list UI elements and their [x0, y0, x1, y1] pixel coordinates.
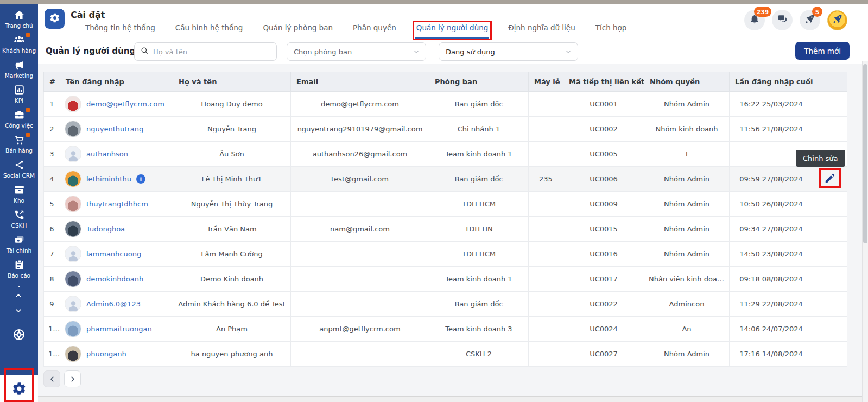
column-header: Tên đăng nhập — [60, 72, 173, 92]
last-login: 17:16 14/08/2024 — [730, 342, 813, 367]
department: Team kinh doanh 3 — [429, 317, 529, 342]
tab-4[interactable]: Quản lý người dùng — [415, 23, 490, 39]
user-avatar[interactable] — [827, 10, 847, 30]
username-link[interactable]: phammaitruongan — [86, 325, 152, 333]
main-area: Cài đặt Thông tin hệ thốngCấu hình hệ th… — [38, 4, 868, 402]
notifications-button[interactable]: 239 — [744, 10, 765, 30]
username-link[interactable]: lammanhcuong — [86, 250, 141, 258]
username-link[interactable]: nguyenthutrang — [86, 125, 143, 133]
email — [291, 292, 429, 317]
column-header: Máy lẻ — [529, 72, 563, 92]
username-link[interactable]: demo@getflycrm.com — [86, 100, 164, 108]
scroll-up-icon[interactable] — [12, 291, 26, 301]
share-icon — [12, 159, 26, 171]
updates-button[interactable]: 5 — [800, 10, 820, 30]
gear-icon — [49, 12, 60, 26]
full-name: Lâm Mạnh Cường — [173, 242, 291, 267]
actions-cell — [813, 342, 847, 367]
username-link[interactable]: phuonganh — [86, 350, 126, 358]
sidebar-item-5[interactable]: Bán hàng — [0, 134, 38, 154]
table-row-11: 11phuonganhha nguyen phương anhCSKH 2UC0… — [44, 342, 847, 367]
tab-0[interactable]: Thông tin hệ thống — [84, 23, 156, 39]
content-area: #Tên đăng nhậpHọ và tênEmailPhòng banMáy… — [38, 64, 868, 402]
sidebar-item-1[interactable]: Khách hàng — [0, 34, 38, 54]
search-input[interactable] — [153, 48, 271, 56]
table-row-8: 8demokinhdoanhDemo Kinh doanhTeam kinh d… — [44, 267, 847, 292]
last-login: 09:59 27/08/2024 — [730, 167, 813, 192]
sidebar-item-0[interactable]: Trang chủ — [0, 9, 38, 29]
avatar — [65, 346, 81, 362]
row-number: 3 — [44, 142, 60, 167]
department: TĐH HCM — [429, 192, 529, 217]
users-table-wrap: #Tên đăng nhậpHọ và tênEmailPhòng banMáy… — [43, 72, 847, 367]
notification-badge: 239 — [754, 7, 771, 17]
chevron-down-icon — [407, 47, 426, 56]
sidebar-item-10[interactable]: Báo cáo — [0, 259, 38, 279]
avatar — [65, 271, 81, 287]
next-page-button[interactable] — [64, 370, 81, 387]
actions-cell — [813, 292, 847, 317]
sidebar-item-8[interactable]: CSKH — [0, 209, 38, 229]
avatar-placeholder — [65, 296, 81, 312]
username-link[interactable]: Tudonghoa — [86, 225, 125, 233]
sidebar-item-label: Marketing — [5, 72, 33, 79]
list-title: Quản lý người dùng — [46, 46, 135, 56]
sidebar-item-label: Khách hàng — [2, 47, 36, 54]
tab-6[interactable]: Tích hợp — [594, 23, 628, 39]
actions-cell — [813, 217, 847, 242]
last-login: 11:29 22/08/2024 — [730, 292, 813, 317]
add-new-button[interactable]: Thêm mới — [795, 42, 850, 60]
table-row-4: 4lethiminhthuiLê Thị Minh Thư1test@gmail… — [44, 167, 847, 192]
settings-gear-icon[interactable] — [12, 381, 27, 396]
chat-icon — [777, 14, 788, 27]
affiliate-code: UC0016 — [563, 242, 644, 267]
scroll-down-icon[interactable] — [12, 306, 26, 316]
tab-5[interactable]: Định nghĩa dữ liệu — [507, 23, 576, 39]
tab-1[interactable]: Cấu hình hệ thống — [174, 23, 244, 39]
scrollbar-thumb[interactable] — [863, 64, 867, 243]
username-link[interactable]: authanhson — [86, 150, 128, 158]
username-link[interactable]: lethiminhthu — [86, 175, 131, 183]
sidebar-item-7[interactable]: Kho — [0, 184, 38, 204]
table-row-10: 10phammaitruonganAn Phạmanpmt@getflycrm.… — [44, 317, 847, 342]
messages-button[interactable] — [772, 10, 793, 30]
sidebar-item-6[interactable]: Social CRM — [0, 159, 38, 179]
actions-cell — [813, 167, 847, 192]
table-row-5: 5thuytrangtdhhcmNguyễn Thị Thùy TrangTĐH… — [44, 192, 847, 217]
sidebar-item-2[interactable]: Marketing — [0, 59, 38, 79]
username-link[interactable]: demokinhdoanh — [86, 275, 143, 283]
sidebar-item-label: CSKH — [11, 222, 27, 229]
extension — [529, 342, 563, 367]
tab-2[interactable]: Quản lý phòng ban — [262, 23, 334, 39]
chevron-down-icon — [559, 47, 578, 56]
prev-page-button[interactable] — [43, 370, 60, 387]
sidebar-item-3[interactable]: KPI — [0, 84, 38, 104]
info-icon[interactable]: i — [136, 174, 145, 184]
sidebar-item-4[interactable]: Công việc — [0, 109, 38, 129]
page-title: Cài đặt — [71, 10, 105, 20]
notification-dot — [26, 33, 30, 37]
actions-cell — [813, 92, 847, 117]
email: authanhson26@gmail.com — [291, 142, 429, 167]
help-icon[interactable] — [12, 328, 26, 342]
row-number: 10 — [44, 317, 60, 342]
edit-pencil-icon[interactable] — [824, 172, 836, 184]
status-select[interactable]: Đang sử dụng — [439, 42, 578, 61]
actions-cell — [813, 192, 847, 217]
window-top-strip — [0, 0, 868, 4]
column-header: # — [44, 72, 60, 92]
sidebar-item-9[interactable]: Tài chính — [0, 234, 38, 254]
column-header: Phòng ban — [429, 72, 529, 92]
tab-3[interactable]: Phân quyền — [352, 23, 397, 39]
affiliate-code: UC0022 — [563, 292, 644, 317]
sidebar-nav: Trang chủKhách hàngMarketingKPICông việc… — [0, 9, 38, 284]
username-link[interactable]: Admin6.0@123 — [86, 300, 141, 308]
department-select[interactable]: Chọn phòng ban — [287, 42, 426, 61]
affiliate-code: UC0017 — [563, 267, 644, 292]
username-link[interactable]: thuytrangtdhhcm — [86, 200, 148, 208]
column-header: Email — [291, 72, 429, 92]
full-name: Hoang Duy demo — [173, 92, 291, 117]
scroll-indicator-dot — [18, 286, 20, 287]
department: CSKH 2 — [429, 342, 529, 367]
sidebar-item-label: Trang chủ — [5, 22, 33, 29]
